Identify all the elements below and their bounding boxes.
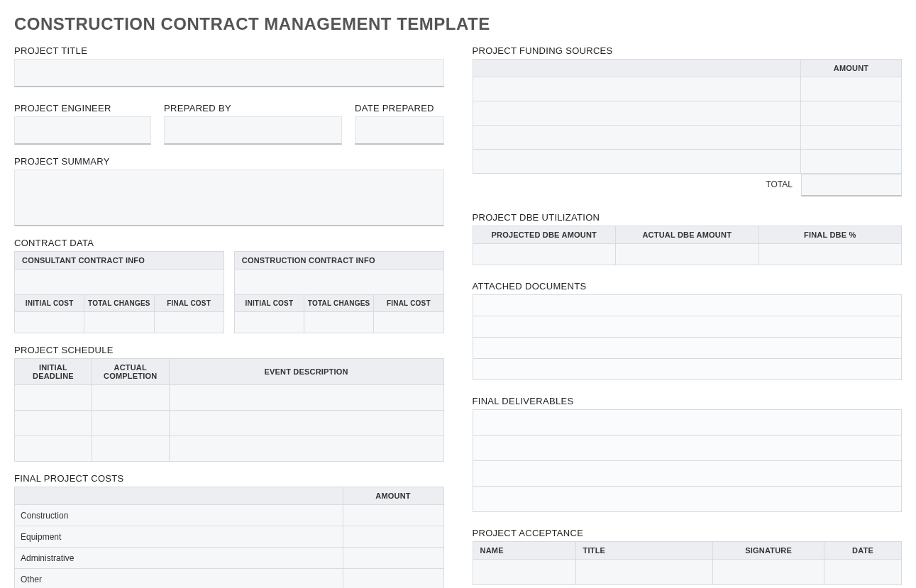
deliv-row	[473, 461, 902, 487]
construction-total-changes-hdr: TOTAL CHANGES	[304, 295, 374, 312]
prepared-by-label: PREPARED BY	[164, 103, 342, 113]
cost-amount-cell[interactable]	[343, 569, 443, 589]
deliverables-label: FINAL DELIVERABLES	[473, 396, 903, 406]
schedule-row	[15, 436, 444, 462]
cost-row: Equipment	[15, 526, 444, 548]
sched-event-cell[interactable]	[169, 411, 443, 436]
funding-row	[473, 150, 902, 174]
funding-row	[473, 126, 902, 150]
construction-initial-cost-cell[interactable]	[234, 312, 304, 333]
funding-total-label: TOTAL	[473, 174, 802, 196]
doc-cell[interactable]	[473, 338, 902, 359]
dbe-proj-cell[interactable]	[473, 244, 616, 265]
consultant-table: CONSULTANT CONTRACT INFO INITIAL COST TO…	[14, 251, 224, 333]
funding-source-cell[interactable]	[473, 77, 801, 101]
summary-input[interactable]	[14, 170, 444, 226]
sched-initial-hdr: INITIAL DEADLINE	[15, 359, 92, 385]
sched-initial-cell[interactable]	[15, 411, 92, 436]
prepared-by-input[interactable]	[164, 116, 342, 145]
deliv-cell[interactable]	[473, 487, 902, 512]
funding-total-cell[interactable]	[801, 174, 902, 196]
doc-cell[interactable]	[473, 295, 902, 316]
funding-amount-cell[interactable]	[801, 101, 902, 126]
final-costs-table: AMOUNT Construction Equipment Administra…	[14, 487, 444, 588]
dbe-pct-cell[interactable]	[758, 244, 902, 265]
cost-row: Construction	[15, 505, 444, 526]
consultant-final-cost-cell[interactable]	[154, 312, 224, 333]
doc-row	[473, 295, 902, 316]
acc-sig-hdr: SIGNATURE	[713, 542, 824, 560]
engineer-label: PROJECT ENGINEER	[14, 103, 151, 113]
funding-amount-cell[interactable]	[801, 150, 902, 174]
sched-actual-cell[interactable]	[92, 436, 169, 462]
funding-table: AMOUNT	[473, 59, 903, 174]
deliv-row	[473, 487, 902, 512]
sched-actual-cell[interactable]	[92, 411, 169, 436]
cost-amount-cell[interactable]	[343, 526, 443, 548]
sched-actual-cell[interactable]	[92, 385, 169, 411]
sched-actual-hdr: ACTUAL COMPLETION	[92, 359, 169, 385]
deliv-cell[interactable]	[473, 461, 902, 487]
acc-sig-cell[interactable]	[713, 560, 824, 585]
funding-row	[473, 77, 902, 101]
funding-source-cell[interactable]	[473, 101, 801, 126]
construction-info-cell[interactable]	[234, 270, 443, 295]
cost-row: Other	[15, 569, 444, 589]
deliv-cell[interactable]	[473, 410, 902, 436]
construction-table: CONSTRUCTION CONTRACT INFO INITIAL COST …	[234, 251, 444, 333]
cost-label-cell: Other	[15, 569, 343, 589]
sched-initial-cell[interactable]	[15, 436, 92, 462]
consultant-initial-cost-cell[interactable]	[15, 312, 84, 333]
doc-row	[473, 316, 902, 338]
cost-label-cell: Construction	[15, 505, 343, 526]
deliv-row	[473, 436, 902, 461]
sched-event-hdr: EVENT DESCRIPTION	[169, 359, 443, 385]
construction-header: CONSTRUCTION CONTRACT INFO	[234, 252, 443, 270]
funding-amount-cell[interactable]	[801, 126, 902, 150]
schedule-table: INITIAL DEADLINE ACTUAL COMPLETION EVENT…	[14, 358, 444, 462]
consultant-total-changes-cell[interactable]	[84, 312, 154, 333]
funding-blank-hdr	[473, 60, 801, 77]
acc-name-hdr: NAME	[473, 542, 575, 560]
sched-event-cell[interactable]	[169, 436, 443, 462]
dbe-proj-hdr: PROJECTED DBE AMOUNT	[473, 226, 616, 244]
construction-final-cost-cell[interactable]	[374, 312, 443, 333]
project-title-label: PROJECT TITLE	[14, 45, 444, 56]
funding-source-cell[interactable]	[473, 150, 801, 174]
funding-source-cell[interactable]	[473, 126, 801, 150]
acc-date-cell[interactable]	[824, 560, 902, 585]
contract-data-label: CONTRACT DATA	[14, 238, 444, 248]
cost-label-cell: Administrative	[15, 548, 343, 569]
summary-label: PROJECT SUMMARY	[14, 156, 444, 167]
schedule-row	[15, 385, 444, 411]
funding-amount-hdr: AMOUNT	[801, 60, 902, 77]
construction-initial-cost-hdr: INITIAL COST	[234, 295, 304, 312]
deliv-cell[interactable]	[473, 436, 902, 461]
doc-cell[interactable]	[473, 316, 902, 338]
engineer-input[interactable]	[14, 116, 151, 145]
doc-row	[473, 338, 902, 359]
acc-name-cell[interactable]	[473, 560, 575, 585]
consultant-info-cell[interactable]	[15, 270, 224, 295]
dbe-table: PROJECTED DBE AMOUNT ACTUAL DBE AMOUNT F…	[473, 226, 903, 265]
date-prepared-input[interactable]	[355, 116, 443, 145]
sched-initial-cell[interactable]	[15, 385, 92, 411]
acc-date-hdr: DATE	[824, 542, 902, 560]
final-costs-label: FINAL PROJECT COSTS	[14, 473, 444, 484]
consultant-total-changes-hdr: TOTAL CHANGES	[84, 295, 154, 312]
acceptance-table: NAME TITLE SIGNATURE DATE	[473, 541, 903, 585]
doc-cell[interactable]	[473, 359, 902, 380]
consultant-header: CONSULTANT CONTRACT INFO	[15, 252, 224, 270]
cost-label-cell: Equipment	[15, 526, 343, 548]
funding-amount-cell[interactable]	[801, 77, 902, 101]
construction-final-cost-hdr: FINAL COST	[374, 295, 443, 312]
sched-event-cell[interactable]	[169, 385, 443, 411]
final-costs-blank-hdr	[15, 487, 343, 505]
project-title-input[interactable]	[14, 59, 444, 87]
cost-amount-cell[interactable]	[343, 548, 443, 569]
dbe-actual-cell[interactable]	[616, 244, 759, 265]
acc-title-cell[interactable]	[575, 560, 712, 585]
cost-amount-cell[interactable]	[343, 505, 443, 526]
documents-label: ATTACHED DOCUMENTS	[473, 281, 903, 292]
construction-total-changes-cell[interactable]	[304, 312, 374, 333]
